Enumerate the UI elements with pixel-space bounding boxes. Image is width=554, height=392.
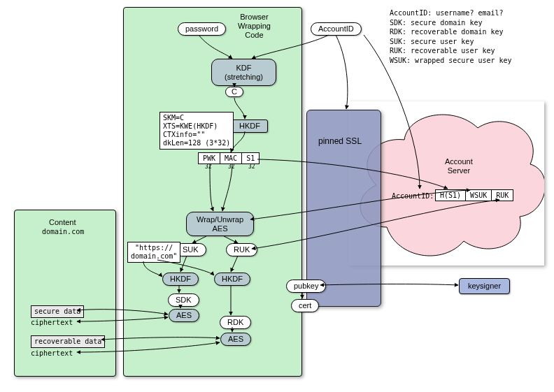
- browser-title: Browser Wrapping Code: [238, 13, 271, 41]
- content-subtitle: domain.com: [42, 228, 84, 236]
- node-keysigner: keysigner: [459, 278, 510, 294]
- box-hkdf-params: SKM=C XTS=KWE(HKDF) CTXinfo="" dkLen=128…: [159, 112, 234, 150]
- node-hkdf1: HKDF: [232, 119, 268, 133]
- legend: AccountID: username? email? SDK: secure …: [390, 8, 512, 65]
- cloud-title: Account Server: [445, 157, 473, 175]
- box-secure-data: secure data: [31, 305, 84, 318]
- ssl-label: pinned SSL: [318, 136, 362, 146]
- node-password: password: [178, 22, 226, 36]
- cell-hs1: H(S1): [436, 190, 466, 201]
- box-recoverable-data: recoverable data: [31, 335, 105, 348]
- node-aes1: AES: [169, 309, 199, 322]
- node-kdf: KDF (stretching): [211, 59, 276, 86]
- cell-s1: S1: [242, 153, 259, 164]
- node-accountid: AccountID: [311, 22, 362, 36]
- cell-pwk-sz1: 32: [228, 164, 235, 170]
- cells-pwk: PWK MAC S1: [198, 152, 260, 164]
- node-hkdf2: HKDF: [162, 273, 199, 286]
- cell-pwk-sz2: 32: [248, 164, 255, 170]
- node-c: C: [225, 87, 243, 97]
- cells-account-row: H(S1) WSUK RUK: [435, 189, 513, 201]
- node-wrap: Wrap/Unwrap AES: [186, 212, 254, 236]
- node-pubkey: pubkey: [286, 280, 326, 293]
- cell-pwk: PWK: [199, 153, 220, 164]
- cell-wsuk: WSUK: [466, 190, 492, 201]
- label-ciphertext1: ciphertext: [31, 319, 73, 326]
- node-hkdf3: HKDF: [214, 273, 250, 286]
- box-url: "https:// domain.com": [127, 242, 180, 263]
- cell-pwk-sz0: 32: [205, 164, 212, 170]
- node-sdk: SDK: [168, 293, 199, 307]
- node-ruk: RUK: [226, 243, 257, 256]
- cell-ruk: RUK: [492, 190, 513, 201]
- content-title: Content: [49, 218, 76, 227]
- label-ciphertext2: ciphertext: [31, 349, 73, 357]
- node-aes2: AES: [220, 333, 251, 346]
- cell-mac: MAC: [220, 153, 242, 164]
- node-rdk: RDK: [220, 316, 251, 329]
- account-row-label: AccountID:: [392, 192, 434, 200]
- node-cert: cert: [291, 299, 319, 312]
